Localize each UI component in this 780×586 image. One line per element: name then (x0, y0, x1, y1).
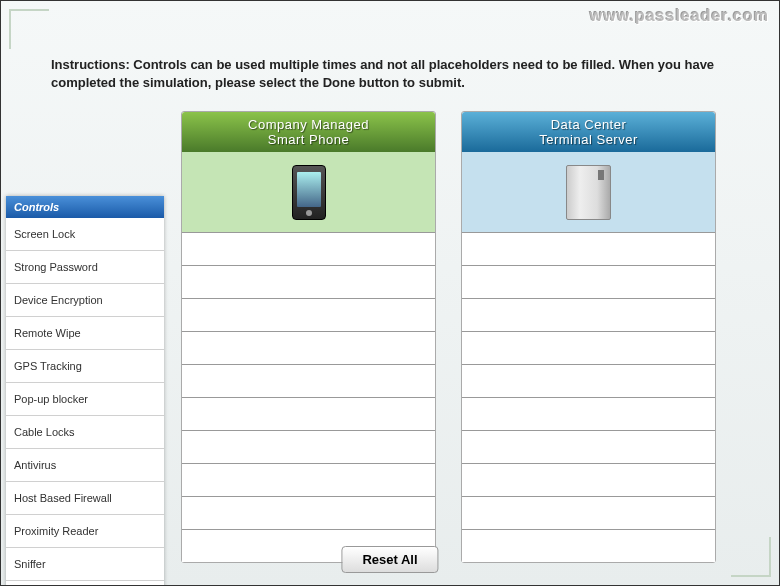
drop-slot[interactable] (182, 430, 435, 463)
control-item[interactable]: Mantrap (6, 581, 164, 586)
controls-panel: Controls Screen Lock Strong Password Dev… (6, 196, 164, 586)
reset-all-button[interactable]: Reset All (341, 546, 438, 573)
drop-rows (462, 232, 715, 562)
panel-title-line2: Terminal Server (539, 132, 638, 147)
control-item[interactable]: Cable Locks (6, 416, 164, 449)
instructions-text: Instructions: Controls can be used multi… (51, 56, 749, 92)
drop-slot[interactable] (462, 364, 715, 397)
controls-header: Controls (6, 196, 164, 218)
drop-slot[interactable] (462, 232, 715, 265)
drop-panel-smartphone: Company Managed Smart Phone (181, 111, 436, 563)
control-item[interactable]: Pop-up blocker (6, 383, 164, 416)
drop-slot[interactable] (462, 265, 715, 298)
panel-title-line2: Smart Phone (268, 132, 349, 147)
drop-slot[interactable] (182, 463, 435, 496)
control-item[interactable]: Antivirus (6, 449, 164, 482)
panel-image-area (462, 152, 715, 232)
panel-title-line1: Data Center (551, 117, 627, 132)
control-item[interactable]: Strong Password (6, 251, 164, 284)
drop-slot[interactable] (462, 496, 715, 529)
control-item[interactable]: GPS Tracking (6, 350, 164, 383)
drop-slot[interactable] (182, 298, 435, 331)
smartphone-icon (292, 165, 326, 220)
control-item[interactable]: Host Based Firewall (6, 482, 164, 515)
drop-slot[interactable] (182, 265, 435, 298)
watermark-text: www.passleader.com (590, 7, 769, 25)
control-item[interactable]: Screen Lock (6, 218, 164, 251)
corner-decoration (731, 537, 771, 577)
control-item[interactable]: Remote Wipe (6, 317, 164, 350)
drop-slot[interactable] (462, 397, 715, 430)
drop-slot[interactable] (182, 496, 435, 529)
panel-header: Data Center Terminal Server (462, 112, 715, 152)
drop-slot[interactable] (182, 364, 435, 397)
drop-slot[interactable] (462, 529, 715, 562)
panel-header: Company Managed Smart Phone (182, 112, 435, 152)
drop-panel-server: Data Center Terminal Server (461, 111, 716, 563)
control-item[interactable]: Device Encryption (6, 284, 164, 317)
drop-slot[interactable] (462, 298, 715, 331)
control-item[interactable]: Sniffer (6, 548, 164, 581)
drop-rows (182, 232, 435, 562)
drop-slot[interactable] (462, 463, 715, 496)
drop-slot[interactable] (182, 397, 435, 430)
drop-slot[interactable] (182, 331, 435, 364)
drop-slot[interactable] (462, 430, 715, 463)
panel-title-line1: Company Managed (248, 117, 369, 132)
panel-image-area (182, 152, 435, 232)
server-icon (566, 165, 611, 220)
corner-decoration (9, 9, 49, 49)
drop-slot[interactable] (462, 331, 715, 364)
control-item[interactable]: Proximity Reader (6, 515, 164, 548)
drop-slot[interactable] (182, 232, 435, 265)
